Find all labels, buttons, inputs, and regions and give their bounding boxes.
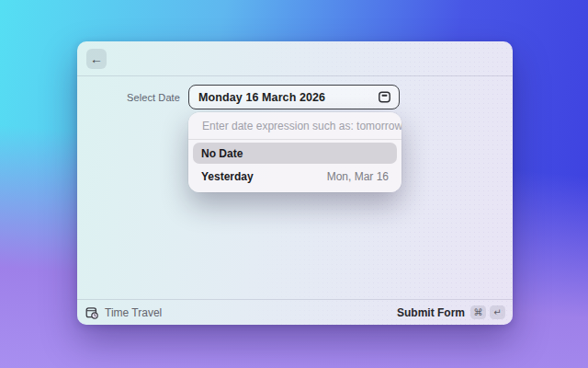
- back-button[interactable]: ←: [86, 49, 107, 69]
- calendar-icon: [378, 90, 391, 104]
- command-key-icon: ⌘: [470, 305, 486, 319]
- date-field-label: Select Date: [77, 92, 180, 103]
- window-header: ←: [77, 41, 513, 76]
- dropdown-option-list: No Date Yesterday Mon, Mar 16: [188, 140, 401, 192]
- dropdown-option-no-date[interactable]: No Date: [193, 143, 397, 164]
- option-label: No Date: [201, 147, 243, 160]
- form-area: Select Date Monday 16 March 2026 Enter d…: [77, 76, 513, 299]
- date-field-row: Select Date Monday 16 March 2026: [77, 85, 513, 109]
- extension-identity: Time Travel: [85, 306, 162, 319]
- date-picker-value: Monday 16 March 2026: [198, 91, 378, 104]
- time-travel-calendar-clock-icon: [85, 306, 98, 319]
- back-arrow-icon: ←: [90, 52, 103, 65]
- extension-name: Time Travel: [105, 306, 162, 319]
- date-picker-field[interactable]: Monday 16 March 2026: [188, 85, 400, 109]
- option-detail: Mon, Mar 16: [327, 170, 389, 183]
- window-footer: Time Travel Submit Form ⌘ ↵: [77, 299, 513, 325]
- submit-form-label: Submit Form: [397, 306, 465, 319]
- option-label: Yesterday: [201, 170, 254, 183]
- return-key-icon: ↵: [490, 305, 505, 319]
- shortcut-keys: ⌘ ↵: [470, 305, 505, 319]
- submit-form-button[interactable]: Submit Form ⌘ ↵: [397, 305, 505, 319]
- dropdown-option-yesterday[interactable]: Yesterday Mon, Mar 16: [193, 166, 397, 187]
- date-expression-input[interactable]: Enter date expression such as: tomorrow: [188, 112, 401, 139]
- desktop-background: ← Select Date Monday 16 March 2026: [0, 0, 588, 368]
- raycast-window: ← Select Date Monday 16 March 2026: [77, 41, 513, 325]
- date-picker-dropdown: Enter date expression such as: tomorrow …: [188, 112, 401, 192]
- date-expression-placeholder: Enter date expression such as: tomorrow: [202, 120, 401, 132]
